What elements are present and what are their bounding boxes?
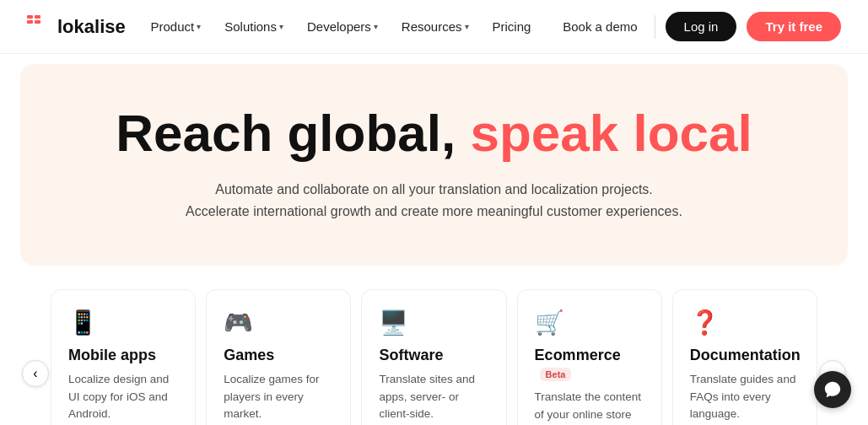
hero-headline-orange: speak local bbox=[471, 104, 752, 162]
hero-headline-black: Reach global, bbox=[116, 104, 456, 162]
card-mobile: 📱 Mobile apps Localize design and UI cop… bbox=[51, 289, 196, 425]
svg-rect-2 bbox=[27, 20, 33, 24]
chevron-icon: ▾ bbox=[279, 22, 283, 31]
hero-subtext: Automate and collaborate on all your tra… bbox=[47, 179, 821, 222]
card-ecommerce-title: Ecommerce Beta bbox=[535, 347, 644, 382]
games-icon: 🎮 bbox=[224, 309, 333, 336]
logo-text: lokalise bbox=[57, 16, 126, 38]
ecommerce-icon: 🛒 bbox=[535, 309, 644, 336]
chevron-icon: ▾ bbox=[197, 22, 201, 31]
svg-rect-1 bbox=[35, 15, 40, 19]
nav-divider bbox=[655, 15, 655, 39]
cards-section: ‹ 📱 Mobile apps Localize design and UI c… bbox=[0, 276, 868, 425]
card-ecommerce-desc: Translate the content of your online sto… bbox=[535, 389, 644, 425]
hero-headline: Reach global, speak local bbox=[47, 105, 821, 162]
try-free-button[interactable]: Try it free bbox=[747, 12, 841, 41]
card-games-title: Games bbox=[224, 347, 333, 364]
cards-prev-nav[interactable]: ‹ bbox=[20, 276, 51, 425]
card-docs-title: Documentation bbox=[690, 347, 800, 364]
card-docs-desc: Translate guides and FAQs into every lan… bbox=[690, 371, 800, 422]
docs-icon: ❓ bbox=[690, 309, 800, 336]
nav-actions: Book a demo Log in Try it free bbox=[556, 12, 841, 41]
card-mobile-title: Mobile apps bbox=[68, 347, 178, 364]
login-button[interactable]: Log in bbox=[666, 12, 737, 41]
nav-developers[interactable]: Developers ▾ bbox=[307, 19, 378, 34]
nav-links: Product ▾ Solutions ▾ Developers ▾ Resou… bbox=[151, 19, 531, 34]
nav-pricing[interactable]: Pricing bbox=[493, 19, 531, 34]
cards-prev-button[interactable]: ‹ bbox=[22, 360, 49, 387]
logo[interactable]: lokalise bbox=[27, 15, 126, 39]
card-software: 🖥️ Software Translate sites and apps, se… bbox=[361, 289, 506, 425]
card-software-title: Software bbox=[379, 347, 488, 364]
hero-section: Reach global, speak local Automate and c… bbox=[20, 64, 848, 266]
card-games-desc: Localize games for players in every mark… bbox=[224, 371, 333, 422]
card-mobile-desc: Localize design and UI copy for iOS and … bbox=[68, 371, 178, 422]
nav-resources[interactable]: Resources ▾ bbox=[402, 19, 469, 34]
nav-product[interactable]: Product ▾ bbox=[151, 19, 202, 34]
card-games: 🎮 Games Localize games for players in ev… bbox=[206, 289, 351, 425]
card-ecommerce: 🛒 Ecommerce Beta Translate the content o… bbox=[517, 289, 662, 425]
mobile-icon: 📱 bbox=[68, 309, 178, 336]
nav-solutions[interactable]: Solutions ▾ bbox=[224, 19, 283, 34]
chevron-icon: ▾ bbox=[465, 22, 469, 31]
navbar: lokalise Product ▾ Solutions ▾ Developer… bbox=[0, 0, 868, 54]
beta-badge: Beta bbox=[540, 368, 572, 381]
chat-icon bbox=[823, 380, 842, 399]
book-demo-link[interactable]: Book a demo bbox=[556, 19, 644, 34]
card-docs: ❓ Documentation Translate guides and FAQ… bbox=[672, 289, 817, 425]
logo-icon bbox=[27, 15, 51, 39]
svg-rect-0 bbox=[27, 15, 33, 19]
software-icon: 🖥️ bbox=[379, 309, 488, 336]
chevron-icon: ▾ bbox=[374, 22, 378, 31]
chat-bubble[interactable] bbox=[814, 371, 851, 408]
cards-wrapper: 📱 Mobile apps Localize design and UI cop… bbox=[51, 276, 817, 425]
svg-rect-3 bbox=[35, 20, 40, 24]
card-software-desc: Translate sites and apps, server- or cli… bbox=[379, 371, 488, 422]
